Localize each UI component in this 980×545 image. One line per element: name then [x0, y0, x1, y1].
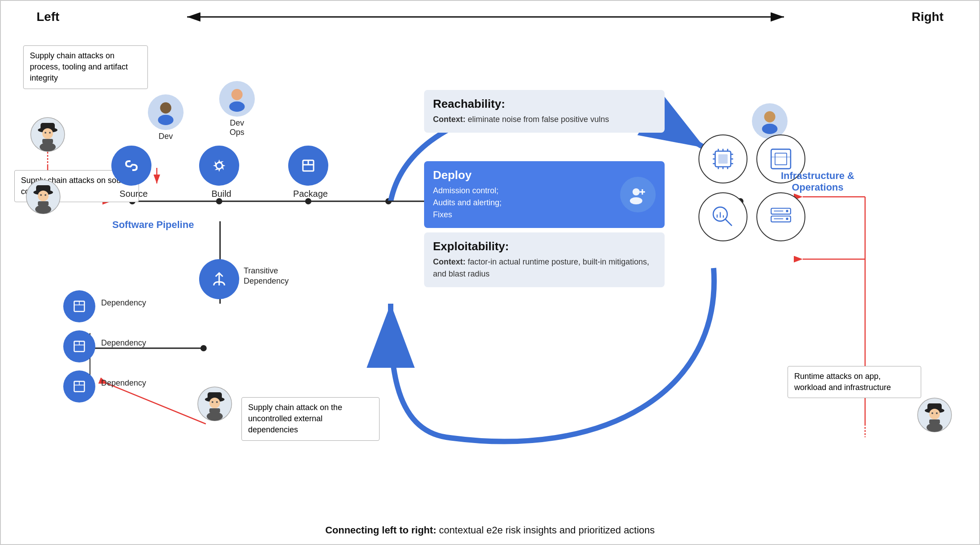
callout-top-left: Supply chain attacks on process, tooling…	[23, 45, 148, 89]
svg-point-51	[207, 412, 223, 421]
callout-bottom-right: Runtime attacks on app, workload and inf…	[788, 366, 921, 398]
deploy-panel: Deploy Admission control;Audits and aler…	[424, 161, 665, 228]
exploitability-title: Exploitability:	[433, 240, 656, 253]
svg-rect-66	[129, 163, 134, 168]
source-node	[111, 146, 151, 186]
svg-point-47	[209, 398, 220, 408]
svg-point-62	[231, 89, 242, 100]
transitive-dep-label: TransitiveDependency	[244, 266, 289, 287]
deploy-icon	[620, 177, 656, 212]
svg-line-20	[108, 384, 206, 424]
svg-point-14	[200, 345, 207, 351]
svg-point-33	[49, 132, 51, 134]
bottom-caption: Connecting left to right: contextual e2e…	[325, 525, 655, 536]
svg-point-108	[786, 210, 788, 212]
svg-point-65	[762, 124, 778, 134]
transitive-dep-node	[199, 259, 239, 299]
svg-point-55	[929, 409, 940, 419]
svg-point-43	[35, 205, 51, 214]
dep-2-label: Dependency	[101, 338, 146, 348]
svg-point-39	[38, 191, 49, 201]
hacker-bottom-right	[917, 397, 952, 433]
infra-search	[698, 192, 747, 241]
svg-point-49	[216, 401, 218, 403]
svg-point-61	[158, 115, 174, 125]
hacker-top-left	[30, 117, 65, 152]
callout-bottom-mid: Supply chain attack on the uncontrolled …	[241, 397, 380, 441]
dep-2	[63, 330, 95, 362]
svg-rect-98	[771, 149, 791, 169]
svg-line-102	[725, 219, 731, 225]
svg-point-64	[764, 111, 775, 122]
svg-rect-99	[775, 153, 787, 165]
svg-point-10	[385, 198, 392, 204]
package-node	[288, 146, 328, 186]
svg-point-81	[630, 197, 642, 204]
build-label: Build	[199, 189, 244, 199]
infra-label: Infrastructure &Operations	[781, 170, 854, 193]
direction-row: Left Right	[10, 10, 970, 24]
reachability-body: Context: eliminate noise from false posi…	[433, 114, 656, 126]
svg-point-56	[931, 412, 933, 414]
person-devops: Dev Ops	[219, 81, 255, 137]
svg-point-9	[305, 198, 311, 204]
svg-point-57	[936, 412, 938, 414]
reachability-panel: Reachability: Context: eliminate noise f…	[424, 90, 665, 133]
build-node	[199, 146, 239, 186]
svg-point-8	[216, 198, 222, 204]
direction-arrow	[68, 10, 902, 24]
exploitability-panel: Exploitability: Context: factor-in actua…	[424, 232, 665, 287]
infra-server	[756, 192, 805, 241]
svg-point-60	[160, 102, 171, 114]
right-label: Right	[911, 10, 943, 24]
reachability-title: Reachability:	[433, 97, 656, 111]
hacker-bottom-center	[197, 386, 233, 422]
svg-point-40	[40, 194, 42, 196]
dep-3	[63, 370, 95, 403]
deploy-content: Deploy Admission control;Audits and aler…	[433, 168, 611, 221]
svg-point-109	[786, 218, 788, 220]
svg-point-80	[633, 188, 640, 195]
svg-point-41	[45, 194, 46, 196]
dep-3-label: Dependency	[101, 378, 146, 388]
left-label: Left	[37, 10, 59, 24]
deploy-body: Admission control;Audits and alerting;Fi…	[433, 185, 611, 221]
source-label: Source	[111, 189, 156, 199]
svg-point-67	[216, 163, 222, 169]
svg-point-32	[45, 132, 46, 134]
software-pipeline-label: Software Pipeline	[112, 219, 194, 231]
svg-point-35	[40, 142, 56, 151]
main-container: Left Right	[0, 0, 980, 545]
infra-cpu	[698, 134, 747, 183]
dep-1	[63, 290, 95, 322]
svg-rect-85	[719, 155, 728, 164]
deploy-title: Deploy	[433, 168, 611, 182]
svg-point-31	[42, 128, 53, 139]
package-label: Package	[288, 189, 333, 199]
hacker-mid-left	[25, 179, 61, 215]
exploitability-body: Context: factor-in actual runtime postur…	[433, 256, 656, 280]
dep-1-label: Dependency	[101, 298, 146, 308]
person-dev: Dev	[148, 94, 184, 141]
svg-point-63	[229, 102, 245, 112]
svg-point-48	[212, 401, 213, 403]
svg-point-59	[927, 423, 943, 432]
